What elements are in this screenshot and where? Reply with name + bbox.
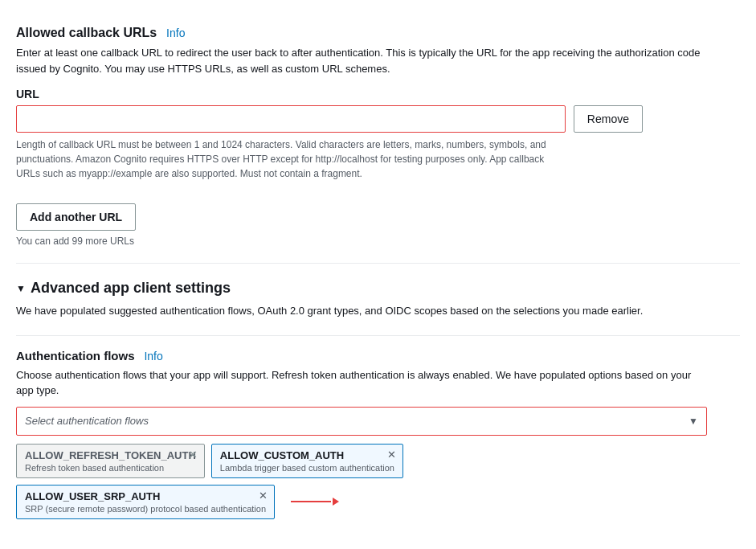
tag-srp-auth: ALLOW_USER_SRP_AUTH SRP (secure remote p… — [16, 485, 275, 519]
tag-srp-auth-name: ALLOW_USER_SRP_AUTH — [25, 490, 266, 502]
tag-refresh-token: ALLOW_REFRESH_TOKEN_AUTH Refresh token b… — [16, 444, 205, 478]
auth-flows-tags: ALLOW_REFRESH_TOKEN_AUTH Refresh token b… — [16, 444, 707, 478]
more-urls-hint: You can add 99 more URLs — [16, 236, 740, 247]
advanced-settings-section: ▼ Advanced app client settings We have p… — [16, 264, 740, 519]
tag-srp-auth-desc: SRP (secure remote password) protocol ba… — [25, 504, 266, 514]
callback-urls-info-link[interactable]: Info — [166, 27, 185, 39]
url-input-row: Remove — [16, 105, 643, 133]
callback-urls-description: Enter at least one callback URL to redir… — [16, 45, 707, 76]
auth-flows-dropdown[interactable]: Select authentication flows ▼ — [16, 407, 707, 436]
callback-urls-title: Allowed callback URLs — [16, 26, 157, 39]
page-container: Allowed callback URLs Info Enter at leas… — [0, 0, 756, 532]
url-hint-text: Length of callback URL must be between 1… — [16, 137, 546, 181]
tag-custom-auth-desc: Lambda trigger based custom authenticati… — [220, 463, 394, 473]
auth-flows-header: Authentication flows Info — [16, 349, 740, 363]
remove-url-button[interactable]: Remove — [574, 105, 643, 133]
red-arrow-indicator — [291, 496, 339, 507]
advanced-settings-description: We have populated suggested authenticati… — [16, 303, 707, 319]
url-input[interactable] — [16, 105, 566, 133]
tag-srp-auth-close[interactable]: ✕ — [259, 490, 268, 501]
add-url-button[interactable]: Add another URL — [16, 203, 136, 231]
advanced-settings-header: ▼ Advanced app client settings — [16, 280, 740, 297]
auth-flows-description: Choose authentication flows that your ap… — [16, 367, 707, 399]
advanced-settings-title: Advanced app client settings — [31, 280, 231, 297]
tag-custom-auth: ALLOW_CUSTOM_AUTH Lambda trigger based c… — [211, 444, 403, 478]
tag-refresh-token-close: ✕ — [189, 449, 198, 460]
callback-urls-section: Allowed callback URLs Info Enter at leas… — [16, 13, 740, 264]
url-field-label: URL — [16, 88, 740, 100]
tag-refresh-token-name: ALLOW_REFRESH_TOKEN_AUTH — [25, 449, 196, 461]
section-header: Allowed callback URLs Info — [16, 26, 740, 40]
tag-custom-auth-name: ALLOW_CUSTOM_AUTH — [220, 449, 394, 461]
auth-flows-info-link[interactable]: Info — [144, 350, 162, 363]
collapse-triangle-icon[interactable]: ▼ — [16, 283, 26, 294]
auth-flows-section: Authentication flows Info Choose authent… — [16, 335, 740, 519]
srp-auth-row: ALLOW_USER_SRP_AUTH SRP (secure remote p… — [16, 485, 707, 519]
tag-custom-auth-close[interactable]: ✕ — [387, 449, 396, 460]
auth-flows-placeholder: Select authentication flows — [25, 415, 149, 427]
tag-refresh-token-desc: Refresh token based authentication — [25, 463, 196, 473]
dropdown-arrow-icon: ▼ — [689, 416, 698, 427]
auth-flows-title: Authentication flows — [16, 349, 135, 363]
